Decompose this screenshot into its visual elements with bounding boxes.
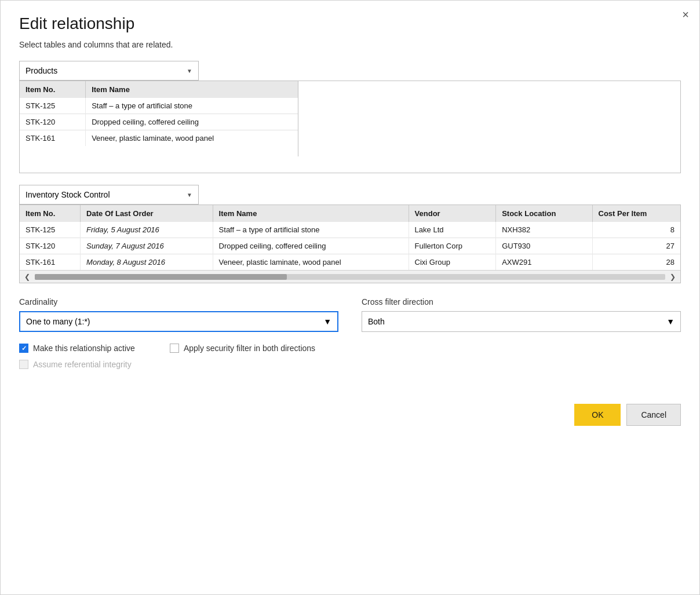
table-cell: STK-161 — [20, 130, 86, 147]
ok-button[interactable]: OK — [574, 404, 621, 426]
cardinality-arrow: ▼ — [323, 317, 331, 326]
table2-col-itemname: Item Name — [213, 205, 409, 222]
table2-scrollbar[interactable]: ❮ ❯ — [20, 270, 680, 283]
table-row[interactable]: STK-161Monday, 8 August 2016Veneer, plas… — [20, 254, 680, 271]
table-cell: STK-161 — [20, 254, 81, 271]
table-cell: Monday, 8 August 2016 — [81, 254, 213, 271]
table-cell: Fullerton Corp — [409, 238, 496, 254]
active-checkbox-label: Make this relationship active — [33, 344, 135, 353]
table-cell: STK-120 — [20, 238, 81, 254]
table1-left: Item No. Item Name STK-125Staff – a type… — [20, 81, 298, 156]
table-cell: STK-125 — [20, 222, 81, 238]
scroll-track — [35, 274, 665, 280]
integrity-checkbox — [19, 360, 28, 369]
table-row[interactable]: STK-120Dropped ceiling, coffered ceiling — [20, 114, 298, 130]
security-checkbox[interactable] — [170, 344, 179, 353]
table2-col-date: Date Of Last Order — [81, 205, 213, 222]
table2-col-vendor: Vendor — [409, 205, 496, 222]
table2-col-cost: Cost Per Item — [592, 205, 680, 222]
table1-container: Item No. Item Name STK-125Staff – a type… — [19, 81, 681, 173]
table-cell: 27 — [592, 238, 680, 254]
active-checkbox[interactable] — [19, 344, 28, 353]
table2-col-stockloc: Stock Location — [496, 205, 592, 222]
dialog-subtitle: Select tables and columns that are relat… — [19, 40, 681, 49]
table1-right-empty — [298, 81, 680, 156]
table-cell: AXW291 — [496, 254, 592, 271]
table-cell: Staff – a type of artificial stone — [213, 222, 409, 238]
table2-col-itemno: Item No. — [20, 205, 81, 222]
table2-dropdown[interactable]: Inventory Stock Control ▼ — [19, 185, 199, 205]
integrity-checkbox-label: Assume referential integrity — [33, 360, 132, 369]
table-cell: Dropped ceiling, coffered ceiling — [213, 238, 409, 254]
table1-inner: Item No. Item Name STK-125Staff – a type… — [20, 81, 680, 156]
table-cell: Cixi Group — [409, 254, 496, 271]
scroll-right-arrow[interactable]: ❯ — [668, 273, 678, 281]
table-cell: Veneer, plastic laminate, wood panel — [86, 130, 298, 147]
crossfilter-arrow: ▼ — [666, 317, 675, 326]
table-cell: Veneer, plastic laminate, wood panel — [213, 254, 409, 271]
table1-data-table: Item No. Item Name STK-125Staff – a type… — [20, 81, 298, 146]
cancel-button[interactable]: Cancel — [626, 404, 681, 426]
crossfilter-label: Cross filter direction — [362, 297, 681, 306]
cardinality-dropdown[interactable]: One to many (1:*) ▼ — [19, 311, 338, 332]
table-cell: NXH382 — [496, 222, 592, 238]
table1-dropdown[interactable]: Products ▼ — [19, 61, 199, 81]
scroll-thumb — [35, 274, 287, 280]
table1-col-itemno: Item No. — [20, 81, 86, 98]
table2-dropdown-value: Inventory Stock Control — [25, 190, 110, 199]
table-cell: Staff – a type of artificial stone — [86, 98, 298, 114]
table-cell: Lake Ltd — [409, 222, 496, 238]
cardinality-value: One to many (1:*) — [26, 317, 90, 326]
table1-dropdown-arrow: ▼ — [187, 68, 192, 74]
table-row[interactable]: STK-125Friday, 5 August 2016Staff – a ty… — [20, 222, 680, 238]
crossfilter-value: Both — [368, 317, 385, 326]
table-cell: Friday, 5 August 2016 — [81, 222, 213, 238]
checkboxes-section: Make this relationship active Assume ref… — [19, 344, 681, 369]
integrity-checkbox-row: Assume referential integrity — [19, 360, 135, 369]
table-cell: Dropped ceiling, coffered ceiling — [86, 114, 298, 130]
table-cell: GUT930 — [496, 238, 592, 254]
table2-header-row: Item No. Date Of Last Order Item Name Ve… — [20, 205, 680, 222]
security-checkbox-row[interactable]: Apply security filter in both directions — [170, 344, 315, 353]
table-cell: STK-125 — [20, 98, 86, 114]
table2-container: Item No. Date Of Last Order Item Name Ve… — [19, 205, 681, 283]
table-cell: 8 — [592, 222, 680, 238]
cardinality-label: Cardinality — [19, 297, 338, 306]
table1-col-itemname: Item Name — [86, 81, 298, 98]
table1-section: Products ▼ Item No. Item Name STK-125Sta… — [19, 61, 681, 173]
edit-relationship-dialog: × Edit relationship Select tables and co… — [0, 0, 700, 595]
table1-dropdown-value: Products — [25, 66, 57, 75]
table1-header-row: Item No. Item Name — [20, 81, 298, 98]
bottom-section: Cardinality One to many (1:*) ▼ Cross fi… — [19, 297, 681, 332]
crossfilter-dropdown[interactable]: Both ▼ — [362, 311, 681, 332]
dialog-title: Edit relationship — [19, 14, 681, 33]
table-cell: 28 — [592, 254, 680, 271]
table-cell: STK-120 — [20, 114, 86, 130]
crossfilter-section: Cross filter direction Both ▼ — [362, 297, 681, 332]
table2-data-table: Item No. Date Of Last Order Item Name Ve… — [20, 205, 680, 270]
buttons-row: OK Cancel — [19, 404, 681, 426]
table-cell: Sunday, 7 August 2016 — [81, 238, 213, 254]
table2-section: Inventory Stock Control ▼ Item No. Date … — [19, 185, 681, 283]
table-row[interactable]: STK-125Staff – a type of artificial ston… — [20, 98, 298, 114]
security-checkbox-label: Apply security filter in both directions — [184, 344, 315, 353]
table-row[interactable]: STK-161Veneer, plastic laminate, wood pa… — [20, 130, 298, 147]
scroll-left-arrow[interactable]: ❮ — [22, 273, 32, 281]
table-row[interactable]: STK-120Sunday, 7 August 2016Dropped ceil… — [20, 238, 680, 254]
table2-dropdown-arrow: ▼ — [187, 192, 192, 198]
table2-scroll[interactable]: Item No. Date Of Last Order Item Name Ve… — [20, 205, 680, 270]
close-button[interactable]: × — [682, 9, 689, 20]
active-checkbox-row[interactable]: Make this relationship active — [19, 344, 135, 353]
cardinality-section: Cardinality One to many (1:*) ▼ — [19, 297, 338, 332]
